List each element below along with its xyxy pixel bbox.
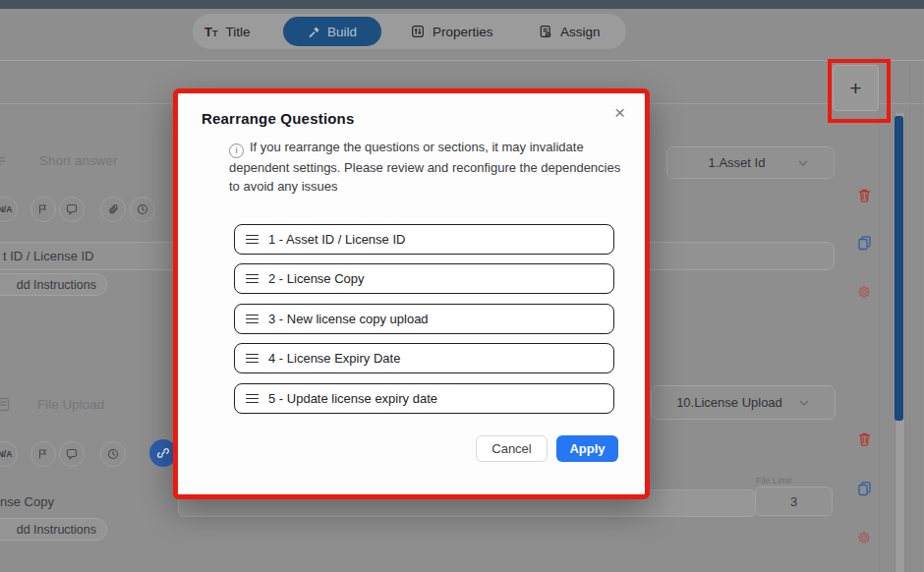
question-type-label: File Upload	[37, 397, 104, 412]
na-toggle[interactable]: N/A	[0, 441, 18, 467]
tab-build[interactable]: Build	[283, 17, 381, 46]
dependency-dropdown[interactable]: 1.Asset Id	[666, 146, 835, 179]
modal-title: Rearrange Questions	[202, 110, 355, 127]
flag-icon[interactable]	[30, 441, 56, 467]
drag-handle-icon[interactable]	[246, 315, 259, 324]
scrollbar-thumb[interactable]	[895, 116, 903, 421]
rearrange-item-label: 1 - Asset ID / License ID	[268, 232, 405, 247]
question-title-text: nse Copy	[0, 494, 54, 509]
drag-handle-icon[interactable]	[246, 235, 259, 245]
modal-warning: iIf you rearrange the questions or secti…	[229, 138, 624, 196]
dependency-value: 1.Asset Id	[709, 155, 766, 170]
add-instructions-button[interactable]: dd Instructions	[0, 518, 107, 541]
comment-icon[interactable]	[59, 441, 85, 467]
tab-title[interactable]: TT Title	[204, 14, 250, 49]
tab-properties[interactable]: Properties	[411, 14, 493, 49]
rearrange-item-1[interactable]: 1 - Asset ID / License ID	[234, 224, 614, 255]
attachment-icon[interactable]	[100, 197, 126, 222]
question-type-label: Short answer	[39, 153, 118, 168]
rearrange-item-label: 3 - New license copy upload	[268, 312, 429, 326]
tab-assign[interactable]: Assign	[539, 14, 601, 49]
question-title-text: t ID / License ID	[3, 249, 93, 263]
comment-icon[interactable]	[59, 197, 85, 222]
settings-gear-icon[interactable]	[856, 284, 872, 300]
annotation-highlight-add-button	[828, 59, 891, 123]
gutter-line-1	[909, 61, 910, 572]
close-icon[interactable]: ×	[614, 103, 625, 122]
content-right-edge	[879, 61, 880, 572]
dependency-dropdown[interactable]: 10.License Upload	[651, 385, 836, 420]
duplicate-question-icon[interactable]	[857, 481, 873, 496]
flag-icon[interactable]	[30, 197, 56, 222]
na-toggle[interactable]: N/A	[0, 197, 18, 222]
drag-handle-icon[interactable]	[246, 274, 259, 284]
properties-icon	[411, 25, 425, 38]
chevron-down-icon	[799, 400, 809, 406]
tab-assign-label: Assign	[560, 25, 601, 39]
builder-tabbar: TT Title Build Properties	[193, 14, 626, 49]
assign-icon	[539, 25, 552, 38]
header-divider	[0, 60, 924, 61]
app-window: TT Title Build Properties	[0, 0, 924, 572]
rearrange-questions-modal: Rearrange Questions × iIf you rearrange …	[173, 88, 650, 499]
delete-question-icon[interactable]	[857, 431, 873, 447]
build-icon	[308, 26, 320, 38]
warning-text: If you rearrange the questions or sectio…	[229, 140, 620, 194]
delete-question-icon[interactable]	[857, 188, 873, 203]
dependency-value: 10.License Upload	[676, 395, 782, 410]
info-icon: i	[229, 143, 244, 158]
cancel-button[interactable]: Cancel	[476, 435, 548, 462]
title-icon: TT	[204, 25, 217, 39]
timer-icon[interactable]	[130, 197, 155, 222]
rearrange-item-label: 5 - Update license expiry date	[268, 391, 437, 406]
file-upload-type-icon	[0, 397, 10, 416]
tab-properties-label: Properties	[433, 25, 493, 39]
rearrange-item-4[interactable]: 4 - License Expiry Date	[234, 343, 614, 373]
duplicate-question-icon[interactable]	[857, 235, 873, 251]
file-limit-input[interactable]: 3	[755, 486, 833, 516]
rearrange-item-5[interactable]: 5 - Update license expiry date	[234, 383, 614, 414]
file-limit-label: File Limit	[756, 476, 791, 486]
tab-title-label: Title	[225, 25, 250, 39]
tab-build-label: Build	[327, 25, 357, 39]
rearrange-item-label: 4 - License Expiry Date	[268, 351, 400, 366]
apply-button[interactable]: Apply	[556, 435, 618, 462]
drag-handle-icon[interactable]	[246, 394, 259, 404]
chevron-down-icon	[798, 160, 808, 166]
rearrange-item-2[interactable]: 2 - License Copy	[234, 263, 614, 294]
timer-icon[interactable]	[100, 441, 126, 467]
rearrange-item-3[interactable]: 3 - New license copy upload	[234, 304, 614, 334]
add-instructions-button[interactable]: dd Instructions	[0, 273, 107, 296]
gutter-line-2	[920, 61, 921, 572]
settings-gear-icon[interactable]	[856, 530, 872, 545]
short-answer-type-icon	[0, 154, 7, 172]
drag-handle-icon[interactable]	[246, 354, 259, 364]
rearrange-item-label: 2 - License Copy	[268, 271, 365, 286]
top-window-strip	[0, 0, 924, 9]
